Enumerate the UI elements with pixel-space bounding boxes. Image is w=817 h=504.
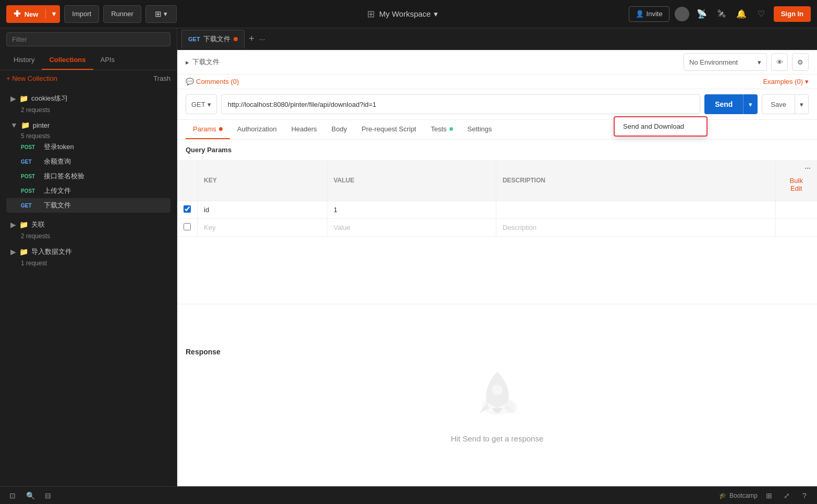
request-item-upload[interactable]: POST 上传文件 [6,183,170,198]
collection-guanlian-header[interactable]: ▶ 📁 关联 [6,217,170,232]
bell-icon-button[interactable]: 🔔 [734,7,749,21]
invite-button[interactable]: 👤 Invite [629,6,669,22]
layout2-icon-button[interactable]: ⊞ [763,489,775,502]
tab-headers[interactable]: Headers [284,120,324,139]
sidebar: History Collections APIs + New Collectio… [0,28,177,486]
breadcrumb-name: 下载文件 [192,57,220,67]
environment-select[interactable]: No Environment ▾ [684,53,767,71]
row-checkbox-cell [177,219,198,237]
save-dropdown-button[interactable]: ▾ [795,94,809,114]
row-description-placeholder[interactable]: Description [496,219,775,237]
th-checkbox [177,160,198,201]
new-button-main[interactable]: ✚ New [6,9,46,19]
send-and-download-item[interactable]: Send and Download [615,117,706,136]
trash-button[interactable]: Trash [153,75,170,82]
url-input[interactable] [221,94,700,114]
request-item-login[interactable]: POST 登录token [6,140,170,154]
import-button[interactable]: Import [64,5,99,23]
new-button[interactable]: ✚ New ▾ [6,5,60,23]
response-label: Response [186,348,221,356]
request-item-sign[interactable]: POST 接口签名校验 [6,169,170,183]
row-value-cell[interactable]: 1 [327,201,496,219]
row-checkbox[interactable] [184,223,191,230]
request-tab-active[interactable]: GET 下载文件 [181,30,245,48]
sidebar-tabs: History Collections APIs [0,51,177,70]
svg-point-1 [492,385,503,395]
expand-icon-button[interactable]: ⤢ [781,489,793,502]
list-item: ▶ 📁 导入数据文件 1 request [0,242,177,269]
signin-button[interactable]: Sign In [774,6,811,22]
layout-button[interactable]: ⊞▾ [145,5,177,23]
tab-name-label: 下载文件 [203,34,230,44]
tab-unsaved-dot [234,37,238,41]
chevron-right-icon: ▶ [10,248,16,256]
chevron-down-icon: ▾ [208,101,211,108]
svg-point-3 [507,400,514,408]
sidebar-search-area [0,28,177,51]
console-icon-button[interactable]: ⊟ [42,489,54,502]
search-input[interactable] [6,32,170,46]
svg-rect-4 [507,407,514,412]
collection-pinter-header[interactable]: ▼ 📁 pinter [6,118,170,132]
environment-bar: ▸ 下载文件 No Environment ▾ 👁 ⚙ [177,50,817,75]
params-table: KEY VALUE DESCRIPTION ··· Bulk Edit [177,160,817,237]
bulk-edit-button[interactable]: Bulk Edit [782,173,811,196]
tab-more-button[interactable]: ··· [259,35,265,43]
tab-params[interactable]: Params [186,120,230,139]
send-dropdown-button[interactable]: ▾ [743,94,758,114]
method-select[interactable]: GET ▾ [186,94,217,114]
search-icon-button[interactable]: 🔍 [24,489,36,502]
heart-icon-button[interactable]: ♡ [754,7,769,21]
new-tab-button[interactable]: + [245,32,259,46]
breadcrumb-arrow: ▸ [186,58,189,66]
collection-cookies-header[interactable]: ▶ 📁 cookies练习 [6,91,170,106]
folder-icon: 📁 [19,94,28,103]
tab-body[interactable]: Body [324,120,355,139]
collection-count: 5 requests [6,132,170,140]
collection-count: 2 requests [6,232,170,240]
avatar [675,7,689,21]
bootcamp-button[interactable]: 🎓 Bootcamp [719,492,758,499]
row-key-cell[interactable]: id [198,201,327,219]
request-name: 下载文件 [44,201,71,210]
th-value: VALUE [327,160,496,201]
table-row: id 1 [177,201,817,219]
tab-tests[interactable]: Tests [423,120,460,139]
save-button[interactable]: Save [762,94,795,114]
tab-prerequest[interactable]: Pre-request Script [354,120,423,139]
sidebar-tab-apis[interactable]: APIs [93,51,122,70]
tab-authorization[interactable]: Authorization [230,120,284,139]
row-key-placeholder[interactable]: Key [198,219,327,237]
environment-gear-button[interactable]: ⚙ [792,53,809,71]
request-item-download[interactable]: GET 下载文件 [6,198,170,213]
comments-button[interactable]: 💬 Comments (0) [186,78,239,85]
params-section-label: Query Params [177,140,817,160]
antenna-icon-button[interactable]: 📡 [694,7,709,21]
graduation-icon: 🎓 [719,492,727,499]
new-collection-button[interactable]: + New Collection [6,75,57,82]
tab-method-label: GET [188,36,200,42]
row-value-placeholder[interactable]: Value [327,219,496,237]
workspace-button[interactable]: My Workspace ▾ [379,9,438,19]
sidebar-tab-collections[interactable]: Collections [42,51,93,70]
th-description: DESCRIPTION [496,160,775,201]
collection-import-header[interactable]: ▶ 📁 导入数据文件 [6,244,170,260]
satellite-icon-button[interactable]: 🛰 [714,7,729,21]
chevron-down-icon: ▾ [749,101,752,108]
send-button[interactable]: Send [704,94,743,114]
help-icon-button[interactable]: ? [798,489,811,502]
runner-button[interactable]: Runner [103,5,141,23]
row-checkbox[interactable] [184,205,191,213]
response-section: Response Hit Send to get a response [177,304,817,486]
environment-eye-button[interactable]: 👁 [771,53,788,71]
hit-send-text: Hit Send to get a response [451,434,544,443]
sidebar-tab-history[interactable]: History [6,51,42,70]
tab-settings[interactable]: Settings [460,120,499,139]
collection-count: 2 requests [6,106,170,114]
layout-icon-button[interactable]: ⊡ [6,489,19,502]
collection-name: 导入数据文件 [31,247,72,256]
request-item-balance[interactable]: GET 余额查询 [6,154,170,169]
examples-button[interactable]: Examples (0) ▾ [763,78,809,85]
chevron-down-icon: ▾ [758,58,761,66]
new-button-arrow[interactable]: ▾ [48,10,60,18]
